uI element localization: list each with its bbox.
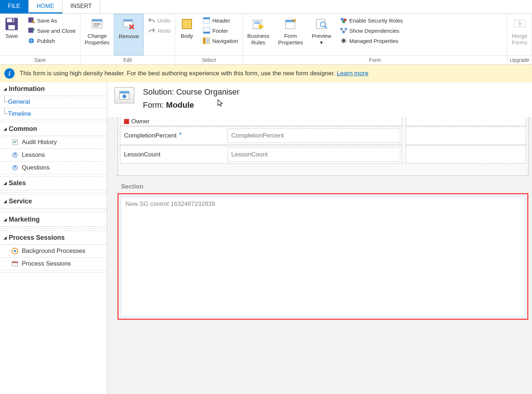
change-properties-button[interactable]: Change Properties [80,14,114,55]
tab-file[interactable]: FILE [0,0,29,13]
navigation-button[interactable]: Navigation [201,36,240,46]
nav-item-background-processes[interactable]: Background Processes [0,245,107,258]
change-properties-icon [90,17,104,31]
nav-item-lessons[interactable]: Lessons [0,149,107,162]
main-area: Solution: Course Organiser Form: Module … [107,82,532,394]
caret-icon: ◢ [4,127,7,131]
remove-label: Remove [119,33,139,40]
undo-button[interactable]: Undo [146,15,173,25]
save-icon [4,17,19,31]
svg-rect-2 [8,25,15,29]
save-as-label: Save As [37,17,57,24]
show-dependencies-button[interactable]: Show Dependencies [338,25,405,36]
preview-icon [314,17,329,31]
required-icon [124,119,129,124]
publish-label: Publish [37,38,55,44]
svg-rect-23 [206,42,209,43]
nav-item-general[interactable]: General [0,96,107,108]
svg-rect-10 [93,24,101,25]
tab-home[interactable]: HOME [29,0,63,13]
redo-icon [148,27,155,34]
info-bar-text: This form is using high density header. … [20,70,368,77]
save-as-button[interactable]: Save As [25,15,78,25]
save-close-button[interactable]: Save and Close [25,25,78,36]
field-row-lesson-count[interactable]: LessonCount [120,146,526,164]
form-properties-button[interactable]: Form Properties [274,14,307,55]
ribbon-tabs: FILE HOME INSERT [0,0,532,14]
ribbon-group-edit: Change Properties Remove Undo Redo Edit [80,14,175,64]
body-icon [180,17,194,31]
save-button[interactable]: Save [0,14,23,55]
nav-section-marketing[interactable]: ◢Marketing [0,213,107,227]
redo-button[interactable]: Redo [146,25,173,36]
info-bar: i This form is using high density header… [0,65,532,82]
nav-section-common[interactable]: ◢Common [0,122,107,136]
preview-button[interactable]: Preview▾ [307,14,335,55]
show-dependencies-icon [340,27,347,34]
header-button[interactable]: Header [201,15,240,25]
svg-rect-18 [203,32,210,33]
field-row-completion-percent[interactable]: CompletionPercent+ [120,127,526,145]
footer-button[interactable]: Footer [201,25,240,36]
undo-icon [148,17,155,24]
business-rules-icon [251,17,265,31]
svg-rect-8 [92,19,102,21]
save-label: Save [5,33,18,39]
enable-security-roles-label: Enable Security Roles [349,17,403,24]
ribbon-group-upgrade-label: Upgrade [507,55,532,64]
owner-field-label: Owner [120,117,226,126]
subgrid-control[interactable]: New SG control 1632487232839 [121,196,525,317]
plus-icon: + [179,130,182,137]
svg-rect-5 [28,28,33,33]
svg-rect-3 [12,19,13,22]
lesson-count-input[interactable] [227,147,400,162]
merge-forms-button[interactable]: Merge Forms [507,14,532,55]
svg-rect-16 [203,17,210,19]
caret-icon: ◢ [4,199,7,204]
left-nav: ◢Information General Timeline ◢Common Au… [0,82,107,394]
field-row-owner[interactable]: Owner [120,117,526,126]
publish-button[interactable]: Publish [25,36,78,46]
svg-rect-26 [255,23,260,24]
nav-section-information[interactable]: ◢Information [0,82,107,96]
remove-button[interactable]: Remove [114,14,144,55]
enable-security-roles-button[interactable]: Enable Security Roles [338,15,405,25]
section-container[interactable]: New SG control 1632487232839 [117,193,528,320]
caret-icon: ◢ [4,87,7,91]
svg-rect-14 [182,19,192,29]
footer-icon [203,27,210,34]
managed-properties-label: Managed Properties [349,38,399,44]
ribbon-group-save-label: Save [0,55,80,64]
body-button[interactable]: Body [175,14,199,55]
ribbon-group-upgrade: Merge Forms Upgrade [507,14,532,64]
form-header-icon [115,87,134,103]
ribbon: Save Save As Save and Close Publish Save [0,14,532,65]
tab-insert[interactable]: INSERT [63,0,100,13]
undo-label: Undo [157,17,171,24]
svg-rect-35 [345,28,347,30]
nav-section-sales[interactable]: ◢Sales [0,176,107,190]
managed-properties-button[interactable]: Managed Properties [338,36,405,46]
form-properties-label: Form Properties [278,33,303,46]
nav-section-process-sessions[interactable]: ◢Process Sessions [0,231,107,245]
completion-percent-label: CompletionPercent+ [120,127,226,144]
svg-rect-13 [124,20,132,21]
svg-point-33 [342,20,345,23]
redo-label: Redo [157,28,171,34]
security-roles-icon [340,17,347,24]
remove-icon [121,17,136,32]
completion-percent-input[interactable] [227,128,400,143]
nav-item-audit-history[interactable]: Audit History [0,136,107,149]
nav-item-questions[interactable]: Questions [0,162,107,174]
nav-item-process-sessions[interactable]: Process Sessions [0,258,107,270]
publish-icon [28,37,35,44]
nav-section-service[interactable]: ◢Service [0,195,107,208]
questions-icon [11,164,19,172]
learn-more-link[interactable]: Learn more [337,70,368,77]
caret-icon: ◢ [4,217,7,222]
solution-title: Solution: Course Organiser [143,87,239,97]
header-icon [203,17,210,24]
nav-item-timeline[interactable]: Timeline [0,108,107,120]
svg-point-51 [123,95,126,98]
business-rules-button[interactable]: Business Rules [243,14,274,55]
